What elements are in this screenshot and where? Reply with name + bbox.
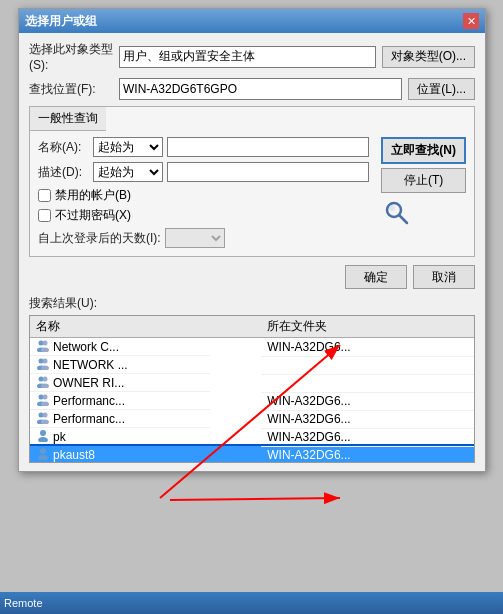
cell-folder: WIN-A32DG6...: [261, 392, 474, 410]
object-type-input[interactable]: [119, 46, 376, 68]
magnifier-icon: [381, 197, 413, 229]
select-user-dialog: 选择用户或组 ✕ 选择此对象类型(S): 对象类型(O)... 查找位置(F):…: [18, 8, 486, 472]
cell-name-text: pkaust8: [53, 448, 95, 462]
table-row[interactable]: Performanc...WIN-A32DG6...: [30, 392, 474, 410]
col-folder-header: 所在文件夹: [261, 316, 474, 338]
object-type-label: 选择此对象类型(S):: [29, 41, 119, 72]
name-query-input[interactable]: [167, 137, 369, 157]
dialog-title: 选择用户或组: [25, 13, 97, 30]
table-row[interactable]: Network C...WIN-A32DG6...: [30, 338, 474, 357]
location-label: 查找位置(F):: [29, 81, 119, 98]
svg-point-26: [38, 455, 48, 460]
cell-folder: WIN-A32DG6...: [261, 446, 474, 463]
results-header-row: 名称 所在文件夹: [30, 316, 474, 338]
disabled-checkbox-row: 禁用的帐户(B): [38, 187, 369, 204]
cell-name: Network C...: [30, 338, 210, 356]
svg-line-1: [399, 215, 407, 223]
cell-name-text: OWNER RI...: [53, 376, 124, 390]
desc-query-row: 描述(D): 起始为: [38, 162, 369, 182]
cell-name: Performanc...: [30, 410, 210, 428]
cell-name-text: Performanc...: [53, 412, 125, 426]
taskbar-text: Remote: [4, 597, 43, 609]
stop-button[interactable]: 停止(T): [381, 168, 466, 193]
cell-name: pkaust8: [30, 446, 210, 463]
svg-point-25: [40, 448, 46, 454]
user-icon: [36, 393, 50, 408]
disabled-accounts-checkbox[interactable]: [38, 189, 51, 202]
name-query-row: 名称(A): 起始为: [38, 137, 369, 157]
svg-point-4: [43, 341, 48, 346]
cell-folder: WIN-A32DG6...: [261, 338, 474, 357]
days-label: 自上次登录后的天数(I):: [38, 230, 161, 247]
ok-button[interactable]: 确定: [345, 265, 407, 289]
svg-point-2: [389, 205, 395, 211]
svg-point-20: [43, 413, 48, 418]
object-type-row: 选择此对象类型(S): 对象类型(O)...: [29, 41, 475, 72]
table-row[interactable]: pkWIN-A32DG6...: [30, 428, 474, 446]
search-button[interactable]: 立即查找(N): [381, 137, 466, 164]
user-icon: [36, 375, 50, 390]
noexpire-password-checkbox[interactable]: [38, 209, 51, 222]
svg-line-46: [170, 498, 340, 500]
days-select[interactable]: [165, 228, 225, 248]
disabled-accounts-label: 禁用的帐户(B): [55, 187, 131, 204]
cancel-button[interactable]: 取消: [413, 265, 475, 289]
query-right-panel: 立即查找(N) 停止(T): [381, 137, 466, 248]
desc-query-input[interactable]: [167, 162, 369, 182]
location-button[interactable]: 位置(L)...: [408, 78, 475, 100]
cell-folder: WIN-A32DG6...: [261, 428, 474, 446]
title-bar: 选择用户或组 ✕: [19, 9, 485, 33]
cell-name-text: Performanc...: [53, 394, 125, 408]
cell-name: Performanc...: [30, 392, 210, 410]
query-fields: 名称(A): 起始为 描述(D): 起始为: [38, 137, 369, 248]
table-row[interactable]: pkaust8WIN-A32DG6...: [30, 446, 474, 463]
noexpire-checkbox-row: 不过期密码(X): [38, 207, 369, 224]
cell-name: OWNER RI...: [30, 374, 210, 392]
cell-folder: WIN-A32DG6...: [261, 410, 474, 428]
table-row[interactable]: NETWORK ...: [30, 356, 474, 374]
results-table: 名称 所在文件夹 Network C...WIN-A32DG6...NETWOR…: [30, 316, 474, 463]
desc-query-label: 描述(D):: [38, 164, 93, 181]
results-label: 搜索结果(U):: [29, 295, 475, 312]
cell-name: NETWORK ...: [30, 356, 210, 374]
name-query-label: 名称(A):: [38, 139, 93, 156]
section-content: 名称(A): 起始为 描述(D): 起始为: [30, 131, 474, 256]
results-section: 搜索结果(U): 名称 所在文件夹 Network C...WIN-A32DG6…: [29, 295, 475, 463]
results-tbody: Network C...WIN-A32DG6...NETWORK ...OWNE…: [30, 338, 474, 464]
cell-name-text: pk: [53, 430, 66, 444]
cell-folder: [261, 356, 474, 374]
table-row[interactable]: OWNER RI...: [30, 374, 474, 392]
user-icon: [36, 411, 50, 426]
svg-point-12: [43, 377, 48, 382]
svg-point-24: [38, 437, 48, 442]
user-icon: [36, 447, 50, 462]
col-name-header: 名称: [30, 316, 261, 338]
svg-point-16: [43, 395, 48, 400]
cell-name: pk: [30, 428, 210, 446]
desc-query-select[interactable]: 起始为: [93, 162, 163, 182]
user-icon: [36, 357, 50, 372]
cell-name-text: Network C...: [53, 340, 119, 354]
noexpire-password-label: 不过期密码(X): [55, 207, 131, 224]
confirm-row: 确定 取消: [29, 265, 475, 289]
days-row: 自上次登录后的天数(I):: [38, 228, 369, 248]
object-type-button[interactable]: 对象类型(O)...: [382, 46, 475, 68]
dialog-body: 选择此对象类型(S): 对象类型(O)... 查找位置(F): 位置(L)...…: [19, 33, 485, 471]
close-button[interactable]: ✕: [463, 13, 479, 29]
user-icon: [36, 339, 50, 354]
results-table-wrapper[interactable]: 名称 所在文件夹 Network C...WIN-A32DG6...NETWOR…: [29, 315, 475, 463]
svg-point-23: [40, 430, 46, 436]
cell-folder: [261, 374, 474, 392]
section-tab[interactable]: 一般性查询: [30, 107, 106, 131]
table-row[interactable]: Performanc...WIN-A32DG6...: [30, 410, 474, 428]
taskbar: Remote: [0, 592, 503, 614]
name-query-select[interactable]: 起始为: [93, 137, 163, 157]
cell-name-text: NETWORK ...: [53, 358, 128, 372]
location-input[interactable]: [119, 78, 402, 100]
location-row: 查找位置(F): 位置(L)...: [29, 78, 475, 100]
user-icon: [36, 429, 50, 444]
query-panel: 一般性查询 名称(A): 起始为 描述: [29, 106, 475, 257]
svg-point-8: [43, 359, 48, 364]
